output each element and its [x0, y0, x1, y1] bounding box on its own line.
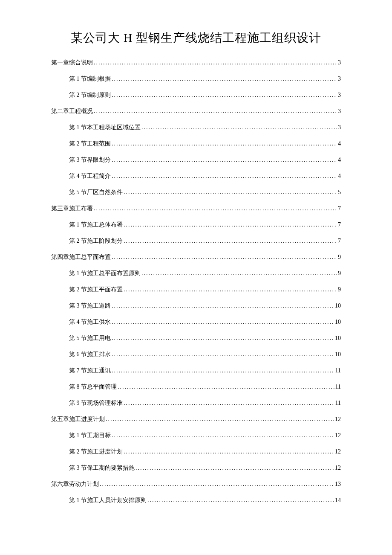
toc-leader-dots [94, 206, 337, 212]
toc-entry: 第 4 节施工供水10 [51, 319, 341, 325]
toc-label: 第 6 节施工排水 [69, 352, 111, 357]
toc-leader-dots [112, 141, 337, 147]
toc-entry: 第 3 节保工期的要紧措施12 [51, 465, 341, 471]
toc-label: 第 1 节施工人员计划安排原则 [69, 497, 147, 503]
toc-leader-dots [124, 449, 334, 455]
toc-entry: 第 1 节编制根据3 [51, 76, 341, 82]
toc-page-number: 11 [335, 384, 341, 390]
toc-page-number: 12 [335, 433, 341, 439]
toc-page-number: 4 [338, 173, 341, 179]
table-of-contents: 第一章综合说明3第 1 节编制根据3第 2 节编制原则3第二章工程概况3第 1 … [51, 60, 341, 503]
toc-leader-dots [124, 222, 337, 228]
toc-label: 第 2 节编制原则 [69, 92, 111, 98]
toc-label: 第 3 节施工道路 [69, 303, 111, 309]
toc-page-number: 7 [338, 222, 341, 228]
toc-page-number: 4 [338, 157, 341, 163]
toc-entry: 第 4 节工程简介4 [51, 173, 341, 179]
toc-label: 第三章施工布署 [51, 206, 93, 212]
toc-entry: 第 1 节施工总平面布置原则9 [51, 270, 341, 276]
toc-leader-dots [106, 416, 334, 422]
toc-entry: 第 2 节工程范围4 [51, 141, 341, 147]
toc-page-number: 3 [338, 76, 341, 82]
toc-entry: 第 3 节施工道路10 [51, 303, 341, 309]
toc-page-number: 10 [335, 319, 341, 325]
toc-leader-dots [112, 335, 334, 341]
toc-entry: 第 2 节编制原则3 [51, 92, 341, 98]
toc-label: 第四章施工总平面布置 [51, 254, 111, 260]
toc-leader-dots [112, 92, 337, 98]
toc-entry: 第 2 节施工进度计划12 [51, 449, 341, 455]
toc-page-number: 10 [335, 303, 341, 309]
toc-leader-dots [124, 287, 337, 293]
toc-leader-dots [112, 254, 337, 260]
toc-leader-dots [112, 352, 334, 357]
toc-leader-dots [112, 319, 334, 325]
document-title: 某公司大 H 型钢生产线烧结工程施工组织设计 [51, 30, 341, 46]
toc-label: 第 2 节施工进度计划 [69, 449, 123, 455]
toc-leader-dots [124, 189, 337, 195]
toc-page-number: 11 [335, 400, 341, 406]
toc-page-number: 3 [338, 92, 341, 98]
toc-label: 第 5 节厂区自然条件 [69, 189, 123, 195]
toc-label: 第 1 节工期目标 [69, 433, 111, 439]
toc-label: 第 1 节施工总平面布置原则 [69, 270, 141, 276]
toc-page-number: 9 [338, 287, 341, 293]
toc-leader-dots [118, 384, 334, 390]
toc-entry: 第五章施工进度计划12 [51, 416, 341, 422]
toc-leader-dots [141, 125, 337, 131]
toc-label: 第六章劳动力计划 [51, 481, 99, 487]
toc-entry: 第 5 节施工用电10 [51, 335, 341, 341]
toc-page-number: 9 [338, 254, 341, 260]
toc-page-number: 12 [335, 449, 341, 455]
toc-label: 第 5 节施工用电 [69, 335, 111, 341]
toc-page-number: 11 [335, 368, 341, 374]
toc-label: 第二章工程概况 [51, 108, 93, 114]
toc-leader-dots [112, 368, 334, 374]
toc-leader-dots [135, 465, 334, 471]
toc-page-number: 5 [338, 189, 341, 195]
toc-label: 第 3 节界限划分 [69, 157, 111, 163]
toc-page-number: 3 [338, 60, 341, 66]
toc-page-number: 3 [338, 108, 341, 114]
toc-entry: 第三章施工布署7 [51, 206, 341, 212]
toc-label: 第 3 节保工期的要紧措施 [69, 465, 135, 471]
toc-page-number: 7 [338, 206, 341, 212]
toc-page-number: 13 [335, 481, 341, 487]
toc-entry: 第 2 节施工平面布置9 [51, 287, 341, 293]
toc-entry: 第 5 节厂区自然条件5 [51, 189, 341, 195]
toc-entry: 第 9 节现场管理标准11 [51, 400, 341, 406]
toc-page-number: 14 [335, 497, 341, 503]
toc-page-number: 12 [335, 416, 341, 422]
toc-label: 第 2 节施工阶段划分 [69, 238, 123, 244]
toc-page-number: 12 [335, 465, 341, 471]
toc-leader-dots [147, 497, 334, 503]
toc-label: 第 7 节施工通讯 [69, 368, 111, 374]
toc-label: 第 9 节现场管理标准 [69, 400, 123, 406]
toc-label: 第五章施工进度计划 [51, 416, 105, 422]
toc-leader-dots [112, 303, 334, 309]
toc-page-number: 3 [338, 125, 341, 131]
toc-entry: 第一章综合说明3 [51, 60, 341, 66]
toc-leader-dots [94, 60, 337, 66]
toc-page-number: 9 [338, 270, 341, 276]
toc-leader-dots [112, 173, 337, 179]
toc-entry: 第 7 节施工通讯11 [51, 368, 341, 374]
toc-entry: 第 6 节施工排水10 [51, 352, 341, 357]
toc-label: 第 4 节工程简介 [69, 173, 111, 179]
toc-leader-dots [141, 270, 337, 276]
toc-entry: 第二章工程概况3 [51, 108, 341, 114]
toc-entry: 第六章劳动力计划13 [51, 481, 341, 487]
toc-entry: 第 1 节施工人员计划安排原则14 [51, 497, 341, 503]
toc-entry: 第 1 节本工程场址区域位置3 [51, 125, 341, 131]
toc-label: 第 2 节工程范围 [69, 141, 111, 147]
toc-leader-dots [100, 481, 334, 487]
toc-label: 第 2 节施工平面布置 [69, 287, 123, 293]
toc-label: 第一章综合说明 [51, 60, 93, 66]
toc-label: 第 4 节施工供水 [69, 319, 111, 325]
toc-leader-dots [124, 238, 337, 244]
toc-label: 第 1 节编制根据 [69, 76, 111, 82]
toc-entry: 第 8 节总平面管理11 [51, 384, 341, 390]
toc-leader-dots [112, 76, 337, 82]
toc-entry: 第 1 节工期目标12 [51, 433, 341, 439]
toc-leader-dots [124, 400, 334, 406]
